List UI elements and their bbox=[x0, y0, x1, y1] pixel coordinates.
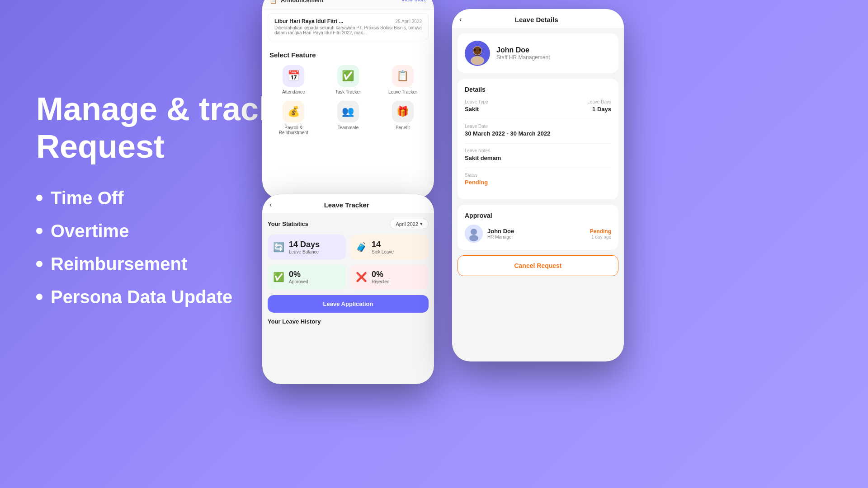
bullet-list: Time Off Overtime Reimbursement Persona … bbox=[36, 188, 289, 307]
approval-title: Approval bbox=[465, 212, 611, 219]
approver-role: HR Manager bbox=[487, 235, 514, 239]
employee-card: John Doe Staff HR Management bbox=[458, 33, 618, 73]
leave-tracker-title: Leave Tracker bbox=[277, 201, 416, 209]
leave-date-row: Leave Date 30 March 2022 - 30 March 2022 bbox=[465, 124, 611, 137]
leave-notes-field-value: Sakit demam bbox=[465, 155, 611, 161]
leave-details-body: John Doe Staff HR Management Details Lea… bbox=[452, 28, 624, 282]
stats-grid: 🔄 14 Days Leave Balance 🧳 14 Sick Leave … bbox=[268, 235, 429, 290]
attendance-icon-wrap: 📅 bbox=[283, 65, 304, 87]
feature-payroll[interactable]: 💰 Payroll & Reinburstment bbox=[269, 101, 318, 135]
phone3-screen: ‹ Leave Details bbox=[452, 9, 624, 361]
ann-date: 25 April 2022 bbox=[396, 19, 422, 24]
ann-body: Diberitahukan kepada seluruh karyawan PT… bbox=[274, 25, 422, 35]
leave-balance-value: 14 Days bbox=[289, 240, 320, 249]
details-card: Details Leave Type Sakit Leave Days 1 Da… bbox=[458, 79, 618, 199]
feature-leave-tracker[interactable]: 📋 Leave Tracker bbox=[378, 65, 427, 94]
feature-grid: 📅 Attendance ✅ Task Tracker 📋 Leave Trac… bbox=[269, 65, 427, 135]
phone3-header: ‹ Leave Details bbox=[452, 9, 624, 28]
bullet-time-off: Time Off bbox=[36, 188, 289, 208]
divider1 bbox=[465, 119, 611, 119]
approved-card: ✅ 0% Approved bbox=[268, 264, 346, 290]
approval-status-col: Pending 1 day ago bbox=[590, 228, 611, 239]
approved-value: 0% bbox=[289, 270, 308, 279]
leave-date-field-value: 30 March 2022 - 30 March 2022 bbox=[465, 130, 611, 137]
leave-date-col: Leave Date 30 March 2022 - 30 March 2022 bbox=[465, 124, 611, 137]
bullet-dot bbox=[36, 195, 42, 201]
bullet-persona: Persona Data Update bbox=[36, 287, 289, 307]
bullet-dot bbox=[36, 228, 42, 234]
benefit-icon: 🎁 bbox=[396, 106, 409, 117]
feature-teammate[interactable]: 👥 Teammate bbox=[324, 101, 373, 135]
leave-notes-row: Leave Notes Sakit demam bbox=[465, 148, 611, 161]
leave-notes-field-label: Leave Notes bbox=[465, 148, 611, 153]
leave-type-row: Leave Type Sakit Leave Days 1 Days bbox=[465, 99, 611, 113]
leave-date-field-label: Leave Date bbox=[465, 124, 611, 129]
bullet-dot bbox=[36, 261, 42, 267]
phone3-back-button[interactable]: ‹ bbox=[459, 15, 462, 23]
announcement-bar: 📋 Announcement View More bbox=[262, 0, 434, 9]
payroll-icon-wrap: 💰 bbox=[283, 101, 304, 122]
leave-application-button[interactable]: Leave Application bbox=[268, 295, 429, 313]
leave-balance-label: Leave Balance bbox=[289, 249, 320, 254]
hero-title: Manage & trackRequest bbox=[36, 90, 289, 165]
bullet-overtime: Overtime bbox=[36, 221, 289, 241]
teammate-icon-wrap: 👥 bbox=[337, 101, 359, 122]
rejected-icon: ❌ bbox=[356, 272, 367, 282]
view-more-link[interactable]: View More bbox=[401, 0, 427, 3]
divider2 bbox=[465, 143, 611, 144]
leave-notes-col: Leave Notes Sakit demam bbox=[465, 148, 611, 161]
phone-select-feature: 📋 Announcement View More Libur Hari Raya… bbox=[262, 0, 434, 199]
bullet-dot bbox=[36, 294, 42, 300]
payroll-icon: 💰 bbox=[288, 106, 300, 117]
approval-status: Pending bbox=[590, 228, 611, 235]
phone2-header: ‹ Leave Tracker bbox=[262, 194, 434, 213]
employee-role: Staff HR Management bbox=[496, 54, 550, 61]
approver-name: John Doe bbox=[487, 228, 514, 235]
divider3 bbox=[465, 168, 611, 168]
leave-type-field-label: Leave Type bbox=[465, 99, 538, 104]
cancel-request-button[interactable]: Cancel Request bbox=[458, 255, 618, 276]
leave-history-title: Your Leave History bbox=[268, 318, 429, 325]
back-button[interactable]: ‹ bbox=[269, 201, 272, 209]
select-feature-panel: Select Feature 📅 Attendance ✅ Task Track… bbox=[262, 44, 434, 142]
leave-details-title: Leave Details bbox=[467, 16, 606, 23]
select-feature-title: Select Feature bbox=[269, 51, 427, 59]
rejected-card: ❌ 0% Rejected bbox=[350, 264, 429, 290]
details-card-title: Details bbox=[465, 86, 611, 93]
svg-point-5 bbox=[479, 49, 481, 51]
month-selector[interactable]: April 2022 ▾ bbox=[390, 219, 429, 229]
stats-title: Your Statistics bbox=[268, 221, 308, 227]
approved-icon: ✅ bbox=[273, 272, 284, 282]
teammate-label: Teammate bbox=[338, 125, 359, 130]
svg-point-8 bbox=[469, 235, 478, 241]
phone1-screen: 📋 Announcement View More Libur Hari Raya… bbox=[262, 0, 434, 199]
leave-tracker-label: Leave Tracker bbox=[388, 89, 417, 94]
approval-card: Approval John Doe HR Manager bbox=[458, 205, 618, 250]
feature-task-tracker[interactable]: ✅ Task Tracker bbox=[324, 65, 373, 94]
stats-header: Your Statistics April 2022 ▾ bbox=[268, 219, 429, 229]
attendance-label: Attendance bbox=[282, 89, 305, 94]
phone-leave-tracker: ‹ Leave Tracker Your Statistics April 20… bbox=[262, 194, 434, 384]
feature-attendance[interactable]: 📅 Attendance bbox=[269, 65, 318, 94]
teammate-icon: 👥 bbox=[342, 106, 354, 117]
leave-type-field-value: Sakit bbox=[465, 106, 538, 113]
leave-days-col: Leave Days 1 Days bbox=[538, 99, 611, 113]
benefit-icon-wrap: 🎁 bbox=[392, 101, 414, 122]
left-section: Manage & trackRequest Time Off Overtime … bbox=[36, 90, 289, 320]
leave-balance-card: 🔄 14 Days Leave Balance bbox=[268, 235, 346, 260]
approved-label: Approved bbox=[289, 279, 308, 284]
bullet-reimbursement: Reimbursement bbox=[36, 254, 289, 274]
leave-icon-wrap: 📋 bbox=[392, 65, 414, 87]
status-col: Status Pending bbox=[465, 173, 611, 186]
task-tracker-label: Task Tracker bbox=[335, 89, 361, 94]
rejected-value: 0% bbox=[372, 270, 389, 279]
approval-row: John Doe HR Manager Pending 1 day ago bbox=[465, 225, 611, 243]
approver-svg bbox=[465, 225, 483, 243]
task-icon-wrap: ✅ bbox=[337, 65, 359, 87]
payroll-label: Payroll & Reinburstment bbox=[269, 125, 318, 135]
approver-avatar bbox=[465, 225, 483, 243]
leave-tracker-icon: 📋 bbox=[396, 70, 409, 82]
svg-point-7 bbox=[471, 229, 477, 235]
feature-benefit[interactable]: 🎁 Benefit bbox=[378, 101, 427, 135]
sick-leave-icon: 🧳 bbox=[356, 242, 367, 253]
